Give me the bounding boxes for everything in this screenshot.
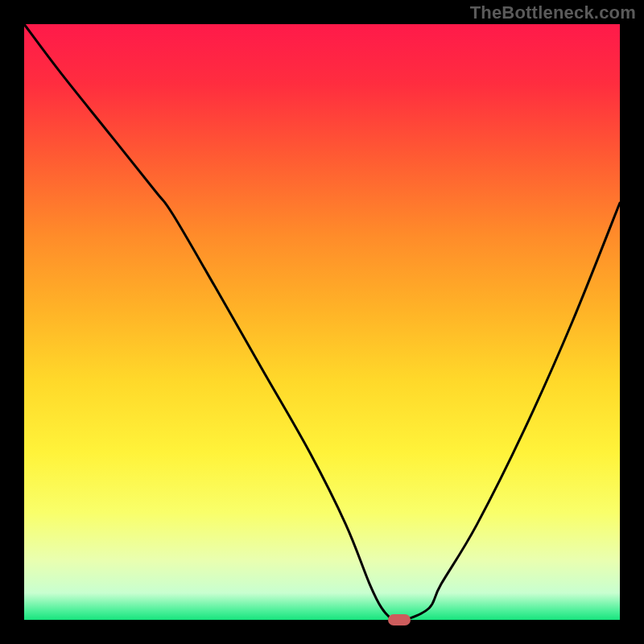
chart-stage: TheBottleneck.com xyxy=(0,0,644,644)
watermark-text: TheBottleneck.com xyxy=(470,2,636,23)
bottleneck-plot xyxy=(0,0,644,644)
optimum-marker xyxy=(388,614,411,625)
gradient-background xyxy=(24,24,620,620)
